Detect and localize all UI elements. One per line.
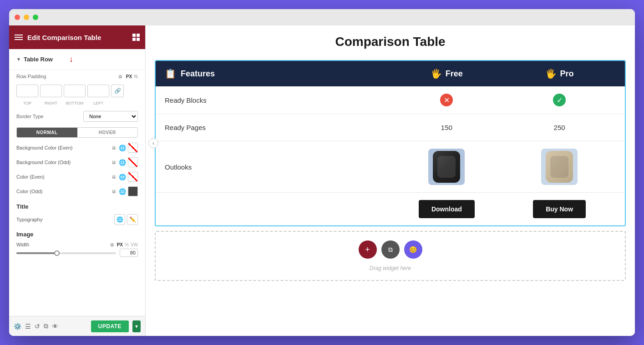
features-label: Features xyxy=(181,69,215,79)
undo-icon[interactable]: ↺ xyxy=(35,323,40,330)
cross-icon: ✕ xyxy=(440,94,453,106)
bg-color-odd-controls: 🌐 xyxy=(119,157,138,167)
bg-color-odd-swatch[interactable] xyxy=(128,157,138,167)
pct-unit-width[interactable]: % xyxy=(125,242,129,247)
normal-toggle[interactable]: NORMAL xyxy=(17,128,77,137)
color-odd-swatch[interactable] xyxy=(128,186,138,196)
color-odd-controls: 🌐 xyxy=(119,186,138,196)
buy-now-button[interactable]: Buy Now xyxy=(533,200,586,218)
padding-right-input[interactable] xyxy=(40,85,62,97)
table-row: Outlooks xyxy=(156,141,625,193)
globe-icon-typo[interactable]: 🌐 xyxy=(114,214,125,225)
globe-icon-3[interactable]: 🌐 xyxy=(119,174,126,180)
monitor-icon-c-odd: 🖥 xyxy=(112,189,116,194)
globe-icon-2[interactable]: 🌐 xyxy=(119,159,126,166)
minimize-button[interactable] xyxy=(24,15,29,20)
bg-color-even-label: Background Color (Even) xyxy=(16,145,109,150)
add-widget-button[interactable]: + xyxy=(359,240,377,259)
settings-icon[interactable]: ⚙️ xyxy=(14,323,21,330)
feature-cell: Outlooks xyxy=(165,163,390,171)
padding-left-input[interactable] xyxy=(87,85,109,97)
table-row-section-header: ▼ Table Row ↓ xyxy=(9,49,145,70)
sidebar: Edit Comparison Table ▼ Table Row ↓ Row … xyxy=(9,25,146,336)
sidebar-header: Edit Comparison Table xyxy=(9,25,145,49)
comparison-table-outer: ‹ 📋 Features 🖐 Free 🖐 xyxy=(155,60,626,226)
padding-bottom-input[interactable] xyxy=(64,85,86,97)
color-odd-label: Color (Odd) xyxy=(16,189,109,194)
table-row: Download Buy Now xyxy=(156,193,625,225)
pct-unit[interactable]: % xyxy=(134,74,138,79)
px-unit[interactable]: PX xyxy=(126,74,132,79)
padding-inputs: 🔗 xyxy=(9,83,145,101)
border-type-select[interactable]: None xyxy=(83,111,138,122)
grid-icon[interactable] xyxy=(132,34,140,41)
width-label: Width xyxy=(16,242,107,247)
free-col-header: 🖐 Free xyxy=(390,68,503,79)
hand-icon-free: 🖐 xyxy=(431,68,442,79)
eye-icon[interactable]: 👁 xyxy=(52,323,58,330)
px-unit-width[interactable]: PX xyxy=(117,242,123,247)
slider-fill xyxy=(16,252,56,254)
layers-icon[interactable]: ☰ xyxy=(25,323,31,330)
width-units: PX % VW xyxy=(117,242,138,247)
watch-dark-screen xyxy=(437,156,456,178)
bg-color-even-swatch[interactable] xyxy=(128,143,138,153)
color-even-swatch[interactable] xyxy=(128,172,138,182)
pro-label: Pro xyxy=(560,69,574,79)
buynow-cell: Buy Now xyxy=(503,200,616,218)
chevron-down-icon[interactable]: ▼ xyxy=(16,57,21,62)
edit-icon-typo[interactable]: ✏️ xyxy=(127,214,138,225)
features-col-header: 📋 Features xyxy=(165,68,390,79)
watch-light-body xyxy=(546,151,573,183)
hamburger-icon[interactable] xyxy=(15,35,23,40)
watch-light-image xyxy=(541,149,578,185)
free-val-cell: ✕ xyxy=(390,94,503,106)
slider-row: 80 xyxy=(9,250,145,260)
update-arrow-button[interactable]: ▾ xyxy=(132,320,141,332)
slider-value-input[interactable]: 80 xyxy=(120,249,138,257)
slider-thumb[interactable] xyxy=(54,250,60,256)
monitor-icon: 🖥 xyxy=(118,74,122,79)
padding-sub-labels: TOP RIGHT BOTTOM LEFT xyxy=(9,101,145,108)
hover-toggle[interactable]: HOVER xyxy=(77,128,138,137)
monitor-icon-width: 🖥 xyxy=(110,242,114,247)
free-label: Free xyxy=(446,69,463,79)
maximize-button[interactable] xyxy=(33,15,38,20)
monitor-icon-c-even: 🖥 xyxy=(112,175,116,180)
table-row: Ready Pages 150 250 xyxy=(156,114,625,141)
sidebar-bottom-bar: ⚙️ ☰ ↺ ⧉ 👁 UPDATE ▾ xyxy=(9,316,145,336)
table-row: Ready Blocks ✕ ✓ xyxy=(156,86,625,114)
comparison-table: 📋 Features 🖐 Free 🖐 Pro xyxy=(155,60,626,226)
vw-unit-width[interactable]: VW xyxy=(131,242,138,247)
copy-widget-button[interactable]: ⧉ xyxy=(381,240,400,259)
pro-val-cell xyxy=(503,149,616,185)
titlebar xyxy=(9,9,635,25)
person-widget-button[interactable]: 😊 xyxy=(404,240,422,259)
globe-icon-1[interactable]: 🌐 xyxy=(119,145,126,151)
width-row: Width 🖥 PX % VW xyxy=(9,240,145,250)
check-icon: ✓ xyxy=(553,94,566,106)
main-content: Comparison Table ‹ 📋 Features 🖐 Free xyxy=(146,25,635,336)
globe-icon-4[interactable]: 🌐 xyxy=(119,188,126,195)
link-icon[interactable]: 🔗 xyxy=(111,85,124,97)
color-even-label: Color (Even) xyxy=(16,174,109,180)
sidebar-title: Edit Comparison Table xyxy=(27,34,128,41)
close-button[interactable] xyxy=(15,15,20,20)
top-label: TOP xyxy=(16,101,38,105)
collapse-arrow[interactable]: ‹ xyxy=(148,138,158,148)
free-val-cell xyxy=(390,149,503,185)
arrow-down-icon: ↓ xyxy=(69,55,73,64)
width-slider-track[interactable] xyxy=(16,252,116,254)
border-type-label: Border Type xyxy=(16,114,80,119)
left-label: LEFT xyxy=(87,101,109,105)
pro-col-header: 🖐 Pro xyxy=(503,68,616,79)
monitor-icon-even: 🖥 xyxy=(112,145,116,150)
copy-icon[interactable]: ⧉ xyxy=(44,322,48,330)
px-pct-toggle: PX % xyxy=(126,74,138,79)
table-header-row: 📋 Features 🖐 Free 🖐 Pro xyxy=(156,61,625,86)
padding-top-input[interactable] xyxy=(16,85,38,97)
features-icon: 📋 xyxy=(165,68,176,79)
page-title: Comparison Table xyxy=(155,35,626,49)
update-button[interactable]: UPDATE xyxy=(91,320,129,332)
download-button[interactable]: Download xyxy=(419,200,475,218)
